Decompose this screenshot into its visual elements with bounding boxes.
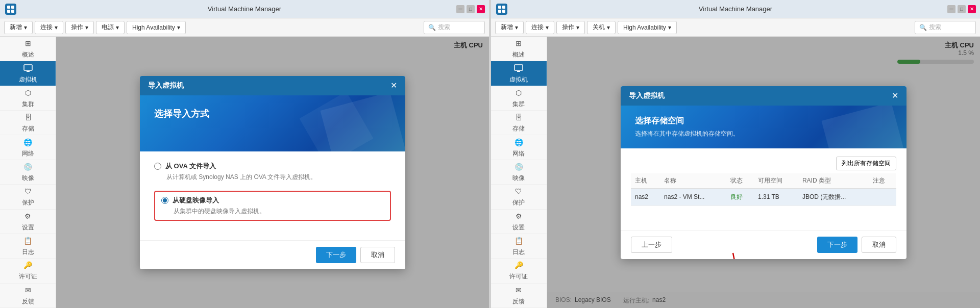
right-sidebar-label-license: 许可证: [509, 272, 528, 281]
svg-rect-0: [7, 6, 10, 9]
left-sidebar-label-storage: 存储: [22, 124, 34, 133]
right-shutdown-btn[interactable]: 关机 ▾: [587, 21, 616, 34]
left-sidebar-item-settings[interactable]: ⚙ 设置: [0, 210, 56, 234]
right-sidebar-label-protect: 保护: [512, 198, 525, 207]
right-connect-dropdown-icon: ▾: [546, 24, 549, 31]
left-sidebar-label-network: 网络: [22, 149, 34, 158]
right-dialog-body: 列出所有存储空间 主机 名称 状态 可用空间 RAID 类型 注意: [621, 148, 906, 230]
left-new-dropdown-icon: ▾: [24, 24, 27, 31]
left-power-btn[interactable]: 电源 ▾: [96, 21, 125, 34]
right-prev-btn[interactable]: 上一步: [631, 237, 672, 253]
left-next-btn[interactable]: 下一步: [316, 247, 356, 263]
left-search-box[interactable]: 🔍 搜索: [424, 21, 485, 34]
right-restore-btn[interactable]: □: [958, 5, 966, 13]
right-sidebar-label-settings: 设置: [512, 223, 525, 232]
left-sidebar-item-protect[interactable]: 🛡 保护: [0, 185, 56, 209]
right-search-box[interactable]: 🔍 搜索: [915, 21, 976, 34]
right-next-btn[interactable]: 下一步: [817, 237, 857, 253]
left-sidebar-label-protect: 保护: [22, 198, 34, 207]
right-dialog-hero-desc: 选择将在其中存储虚拟机的存储空间。: [635, 130, 892, 138]
left-option1-radio[interactable]: [154, 163, 161, 170]
col-available: 可用空间: [754, 173, 798, 189]
right-list-all-btn[interactable]: 列出所有存储空间: [836, 157, 896, 170]
left-ha-dropdown-icon: ▾: [177, 24, 180, 31]
left-sidebar-item-cluster[interactable]: ⬡ 集群: [0, 86, 56, 111]
r-image-icon: 💿: [513, 162, 524, 172]
svg-rect-7: [502, 6, 505, 9]
col-note: 注意: [869, 173, 896, 189]
right-sidebar-item-settings[interactable]: ⚙ 设置: [491, 210, 547, 234]
left-minimize-btn[interactable]: ─: [456, 5, 464, 13]
right-connect-btn[interactable]: 连接 ▾: [526, 21, 554, 34]
right-sidebar-item-cluster[interactable]: ⬡ 集群: [491, 86, 547, 111]
right-ha-btn[interactable]: High Availability ▾: [618, 21, 677, 34]
right-ha-dropdown-icon: ▾: [668, 24, 671, 31]
left-sidebar-label-overview: 概述: [22, 50, 34, 59]
right-sidebar-item-feedback[interactable]: ✉ 反馈: [491, 284, 547, 308]
table-row[interactable]: nas2 nas2 - VM St... 良好 1.31 TB JBOD (无数…: [631, 188, 896, 206]
left-option1-desc: 从计算机或 Synology NAS 上的 OVA 文件导入虚拟机。: [166, 173, 391, 182]
left-option2-radio[interactable]: [161, 197, 168, 204]
r-log-icon: 📋: [513, 236, 524, 246]
left-cancel-btn[interactable]: 取消: [360, 247, 395, 263]
left-sidebar-item-storage[interactable]: 🗄 存储: [0, 111, 56, 135]
right-sidebar-item-storage[interactable]: 🗄 存储: [491, 111, 547, 135]
right-sidebar-item-license[interactable]: 🔑 许可证: [491, 259, 547, 283]
right-sidebar-item-image[interactable]: 💿 映像: [491, 160, 547, 185]
right-dialog-close-btn[interactable]: ✕: [892, 92, 898, 100]
left-sidebar-label-vm: 虚拟机: [19, 75, 37, 84]
left-sidebar-item-feedback[interactable]: ✉ 反馈: [0, 284, 56, 308]
left-sidebar-item-image[interactable]: 💿 映像: [0, 160, 56, 185]
left-sidebar-item-overview[interactable]: ⊞ 概述: [0, 37, 56, 61]
right-close-btn[interactable]: ✕: [968, 5, 976, 13]
left-sidebar-item-network[interactable]: 🌐 网络: [0, 135, 56, 160]
left-restore-btn[interactable]: □: [467, 5, 475, 13]
left-option2-desc: 从集群中的硬盘映像导入虚拟机。: [174, 207, 384, 216]
left-connect-btn[interactable]: 连接 ▾: [35, 21, 63, 34]
svg-rect-8: [498, 10, 501, 13]
cell-name: nas2 - VM St...: [660, 188, 726, 206]
left-sidebar-item-license[interactable]: 🔑 许可证: [0, 259, 56, 283]
right-win-controls: ─ □ ✕: [947, 5, 976, 13]
left-option2: 从硬盘映像导入 从集群中的硬盘映像导入虚拟机。: [154, 191, 391, 221]
image-icon: 💿: [23, 162, 33, 172]
left-operate-dropdown-icon: ▾: [85, 24, 88, 31]
left-search-icon: 🔍: [428, 24, 436, 31]
col-status: 状态: [726, 173, 754, 189]
left-option2-label[interactable]: 从硬盘映像导入: [161, 196, 384, 205]
right-sidebar: ⊞ 概述 虚拟机 ⬡ 集群 🗄 存储 🌐 网络 💿: [491, 37, 547, 308]
svg-rect-6: [498, 6, 501, 9]
left-sidebar-item-log[interactable]: 📋 日志: [0, 234, 56, 259]
left-dialog-close-btn[interactable]: ✕: [390, 82, 397, 90]
right-cancel-btn[interactable]: 取消: [862, 237, 896, 253]
right-minimize-btn[interactable]: ─: [947, 5, 955, 13]
right-dialog-hero: 选择存储空间 选择将在其中存储虚拟机的存储空间。: [621, 106, 906, 148]
left-ha-btn[interactable]: High Availability ▾: [127, 21, 186, 34]
left-sidebar-item-vm[interactable]: 虚拟机: [0, 61, 56, 86]
left-option1-label[interactable]: 从 OVA 文件导入: [154, 162, 391, 171]
right-sidebar-item-vm[interactable]: 虚拟机: [491, 61, 547, 86]
left-new-btn[interactable]: 新增 ▾: [4, 21, 33, 34]
col-raid: RAID 类型: [798, 173, 869, 189]
right-operate-btn[interactable]: 操作 ▾: [556, 21, 585, 34]
r-overview-icon: ⊞: [513, 38, 524, 48]
right-sidebar-label-storage: 存储: [512, 124, 525, 133]
right-new-btn[interactable]: 新增 ▾: [495, 21, 524, 34]
left-sidebar-label-log: 日志: [22, 248, 34, 256]
right-sidebar-item-protect[interactable]: 🛡 保护: [491, 185, 547, 209]
right-title-bar: Virtual Machine Manager ─ □ ✕: [491, 0, 980, 18]
license-icon: 🔑: [23, 260, 33, 270]
right-sidebar-label-feedback: 反馈: [512, 297, 525, 306]
right-sidebar-item-network[interactable]: 🌐 网络: [491, 135, 547, 160]
right-main-layout: ⊞ 概述 虚拟机 ⬡ 集群 🗄 存储 🌐 网络 💿: [491, 37, 980, 308]
svg-rect-11: [517, 71, 520, 72]
cell-note: [869, 188, 896, 206]
protect-icon: 🛡: [23, 186, 33, 196]
left-sidebar-label-license: 许可证: [19, 272, 37, 281]
right-sidebar-item-overview[interactable]: ⊞ 概述: [491, 37, 547, 61]
left-operate-btn[interactable]: 操作 ▾: [65, 21, 94, 34]
right-sidebar-item-log[interactable]: 📋 日志: [491, 234, 547, 259]
left-dialog: 导入虚拟机 ✕ 选择导入方式 从 OVA 文件导入: [140, 76, 405, 269]
right-dialog-hero-title: 选择存储空间: [635, 116, 892, 126]
left-close-btn[interactable]: ✕: [477, 5, 485, 13]
